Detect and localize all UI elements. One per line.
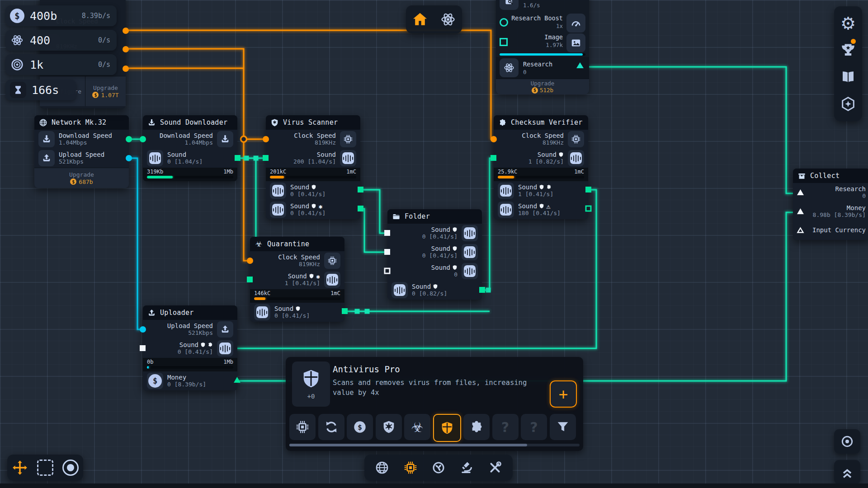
money-resource: $ 400b 8.39b/s bbox=[5, 5, 117, 26]
port-research-boost-in[interactable] bbox=[500, 18, 508, 27]
tray-antivirus[interactable] bbox=[376, 414, 402, 440]
port-sound-downloader-left-0[interactable] bbox=[139, 136, 146, 143]
image-value: 1.97k bbox=[546, 42, 563, 48]
tooltip-title: Antivirus Pro bbox=[333, 364, 400, 374]
port-uploader-left-1[interactable] bbox=[139, 345, 146, 352]
node-row: Sound⚠180 [0.41/s] bbox=[494, 200, 588, 219]
tray-sync[interactable] bbox=[318, 414, 344, 440]
port-virus-scanner-right-4[interactable] bbox=[357, 205, 364, 212]
research-node-panel[interactable]: Research Speed 1.6/s Research Boost 1x I… bbox=[496, 0, 589, 94]
port-network-right-0[interactable] bbox=[125, 136, 132, 143]
port-image-in[interactable] bbox=[500, 38, 508, 46]
port-folder-left-1[interactable] bbox=[384, 249, 391, 255]
port-research-out[interactable] bbox=[576, 62, 584, 68]
chip-icon bbox=[340, 131, 356, 147]
port-uploader-left-0[interactable] bbox=[139, 326, 146, 333]
collapse-button[interactable] bbox=[834, 460, 860, 484]
tray-antivirus-pro[interactable] bbox=[433, 414, 461, 442]
home-button[interactable] bbox=[408, 8, 432, 31]
port-collect-left-1[interactable] bbox=[797, 208, 804, 215]
research-tab-button[interactable] bbox=[455, 456, 478, 479]
port-checksum-verifier-left-1[interactable] bbox=[490, 155, 497, 161]
port-checksum-verifier-right-3[interactable] bbox=[585, 186, 592, 193]
node-network[interactable]: Network Mk.32 Download Speed1.04Mbps Upl… bbox=[34, 115, 129, 188]
research-view-button[interactable] bbox=[436, 8, 460, 31]
tray-money[interactable]: $ bbox=[347, 414, 373, 440]
port-collect-left-2[interactable] bbox=[797, 227, 804, 234]
node-row: Sound0 [0.41/s] bbox=[143, 339, 237, 358]
download-icon bbox=[147, 118, 156, 127]
port-cpu-clock-out-2[interactable] bbox=[122, 46, 129, 53]
node-sound-downloader[interactable]: Sound Downloader Download Speed1.04Mbps … bbox=[143, 115, 237, 181]
upgrade-button[interactable]: Upgrade $687b bbox=[34, 168, 129, 188]
node-collect[interactable]: Collect Research0 Money8.98b [8.39b/s] I… bbox=[793, 169, 868, 240]
cores-rate: 0/s bbox=[98, 61, 110, 69]
port-cpu-clock-out-1[interactable] bbox=[122, 27, 129, 34]
network-tab-button[interactable] bbox=[371, 456, 393, 479]
node-checksum-verifier[interactable]: Checksum Verifier Clock Speed819KHz Soun… bbox=[494, 115, 588, 219]
node-row: Sound0 [0.41/s] bbox=[387, 243, 482, 262]
tray-locked-1[interactable]: ? bbox=[492, 414, 519, 440]
gauge-icon bbox=[566, 14, 585, 33]
tools-tab-button[interactable] bbox=[484, 456, 506, 479]
port-folder-right-3[interactable] bbox=[479, 286, 486, 293]
port-cpu-clock-out-3[interactable] bbox=[122, 65, 129, 72]
money-rate: 8.39b/s bbox=[82, 12, 110, 20]
node-header-collect: Collect bbox=[793, 169, 868, 183]
node-quarantine[interactable]: ☣Quarantine Clock Speed819KHz Sound✱1 [0… bbox=[250, 237, 344, 322]
research-progress-fill bbox=[500, 53, 583, 56]
node-row: Sound✱1 [0.41/s] bbox=[250, 270, 344, 289]
settings-button[interactable]: ⚙ bbox=[838, 13, 859, 34]
sound-icon bbox=[498, 183, 514, 199]
port-folder-left-0[interactable] bbox=[384, 230, 391, 236]
processor-tab-button[interactable] bbox=[399, 456, 422, 479]
achievements-button[interactable] bbox=[838, 40, 859, 61]
tray-quarantine[interactable]: ☣ bbox=[404, 414, 430, 440]
port-checksum-verifier-left-0[interactable] bbox=[490, 136, 497, 143]
encyclopedia-button[interactable] bbox=[838, 67, 859, 88]
node-row: Download Speed1.04Mbps bbox=[34, 130, 129, 149]
sound-icon bbox=[340, 150, 356, 166]
port-virus-scanner-right-3[interactable] bbox=[357, 186, 364, 193]
cpu-upgrade-button[interactable]: Upgrade $1.07T bbox=[85, 76, 126, 106]
add-node-button[interactable]: + bbox=[550, 380, 577, 408]
center-view-button[interactable] bbox=[834, 429, 860, 454]
tray-locked-2[interactable]: ? bbox=[521, 414, 547, 440]
research-boost-label: Research Boost bbox=[511, 14, 563, 22]
port-folder-left-2[interactable] bbox=[384, 267, 391, 274]
game-canvas[interactable]: Clock Speed 819KHz Configure Upgrade $1.… bbox=[0, 0, 868, 488]
node-folder[interactable]: Folder Sound0 [0.41/s] Sound0 [0.41/s] S… bbox=[387, 209, 482, 300]
port-quarantine-right-3[interactable] bbox=[341, 308, 348, 314]
port-virus-scanner-left-0[interactable] bbox=[262, 136, 269, 143]
upload-icon bbox=[38, 150, 55, 166]
research-upgrade-button[interactable]: Upgrade $512b bbox=[496, 79, 589, 94]
select-tool-button[interactable] bbox=[34, 457, 56, 479]
node-uploader[interactable]: Uploader Upload Speed521Kbps Sound0 [0.4… bbox=[143, 305, 237, 390]
sound-icon bbox=[324, 272, 340, 288]
tray-processor[interactable] bbox=[289, 414, 316, 440]
coin-icon: $ bbox=[92, 92, 99, 98]
sound-icon bbox=[270, 202, 286, 218]
tray-scrollbar[interactable] bbox=[289, 444, 580, 446]
port-checksum-verifier-right-4[interactable] bbox=[585, 205, 592, 212]
port-quarantine-left-1[interactable] bbox=[246, 276, 253, 283]
move-tool-button[interactable] bbox=[9, 457, 31, 479]
port-collect-left-0[interactable] bbox=[797, 189, 804, 196]
tray-checksum[interactable] bbox=[463, 414, 490, 440]
tray-scrollbar-thumb[interactable] bbox=[289, 444, 527, 446]
research-boost-value: 1x bbox=[556, 23, 563, 29]
port-quarantine-left-0[interactable] bbox=[246, 257, 254, 264]
tray-filter[interactable] bbox=[550, 414, 576, 440]
upload-icon bbox=[217, 321, 233, 338]
node-header-quarantine: ☣Quarantine bbox=[250, 237, 344, 251]
cooling-tab-button[interactable] bbox=[427, 456, 450, 479]
port-uploader-right-3[interactable] bbox=[233, 376, 241, 383]
node-virus-scanner[interactable]: Virus Scanner Clock Speed819KHz Sound200… bbox=[266, 115, 360, 219]
port-virus-scanner-left-1[interactable] bbox=[262, 155, 269, 161]
focus-tool-button[interactable] bbox=[60, 457, 81, 479]
folder-icon bbox=[392, 212, 401, 221]
port-sound-downloader-right-1[interactable] bbox=[234, 155, 241, 161]
prestige-button[interactable] bbox=[838, 94, 859, 114]
port-network-right-1[interactable] bbox=[125, 155, 132, 162]
sound-icon bbox=[498, 202, 514, 218]
